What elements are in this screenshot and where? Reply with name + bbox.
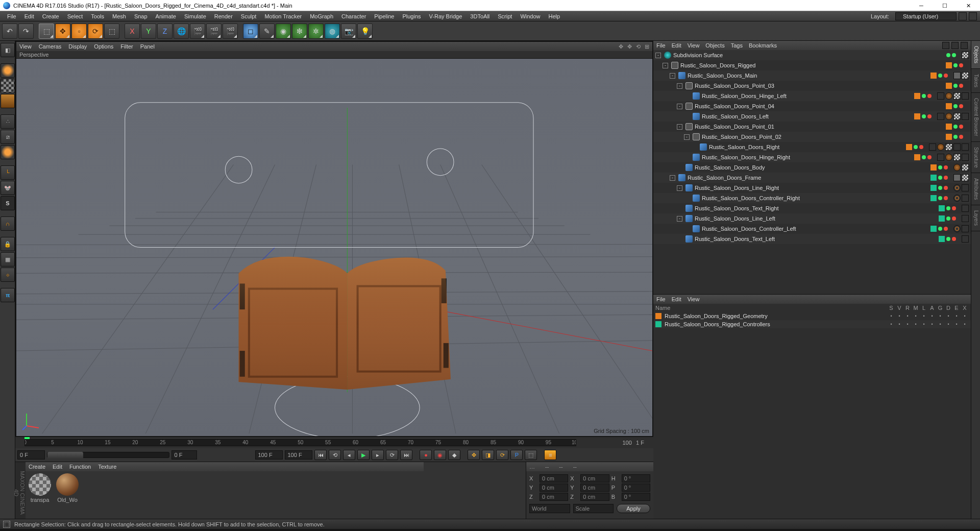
- layer-swatch[interactable]: [914, 113, 920, 119]
- scale-key[interactable]: ◨: [482, 450, 494, 460]
- layer-swatch[interactable]: [930, 175, 937, 181]
- tab-objects[interactable]: Objects: [971, 41, 980, 69]
- visibility-dots[interactable]: [938, 186, 948, 190]
- obj-row[interactable]: -Rustic_Saloon_Doors_Line_Right: [653, 183, 971, 193]
- range-start[interactable]: 0 F: [17, 450, 45, 460]
- visibility-dots[interactable]: [921, 114, 932, 118]
- tree-toggle[interactable]: -: [670, 73, 675, 79]
- layer-swatch[interactable]: [939, 215, 945, 222]
- menu-animate[interactable]: Animate: [152, 11, 180, 21]
- coord-X-3[interactable]: [580, 474, 609, 482]
- menu-3dtoall[interactable]: 3DToAll: [466, 11, 494, 21]
- timeline-ruler[interactable]: 0510152025303540455055606570758085909510…: [15, 437, 653, 448]
- vp-rotate-icon[interactable]: ⟲: [636, 43, 641, 50]
- tag-xp[interactable]: [962, 195, 969, 202]
- move-tool[interactable]: ✥: [55, 23, 70, 39]
- vp-layout-icon[interactable]: ⊞: [645, 43, 649, 50]
- layer-row[interactable]: Rustic_Saloon_Doors_Rigged_Geometry•••••…: [653, 312, 971, 320]
- edge-mode[interactable]: ⧄: [1, 130, 15, 144]
- layer-swatch[interactable]: [930, 195, 937, 201]
- keyframe-sel[interactable]: ◆: [448, 450, 460, 460]
- visibility-dots[interactable]: [938, 196, 948, 200]
- prev-key-button[interactable]: ⟲: [329, 450, 341, 460]
- tag-dots[interactable]: [937, 154, 944, 161]
- render-view[interactable]: 🎬: [190, 23, 205, 39]
- coord-X-1[interactable]: [540, 474, 568, 482]
- tag-checker[interactable]: [953, 113, 961, 120]
- maximize-button[interactable]: ☐: [933, 0, 957, 11]
- visibility-dots[interactable]: [938, 74, 948, 78]
- goto-end-button[interactable]: ⏭: [400, 450, 412, 460]
- visibility-dots[interactable]: [953, 135, 964, 139]
- make-editable[interactable]: ◧: [1, 43, 15, 57]
- viewport-solo[interactable]: 🐭: [1, 181, 15, 195]
- obj-row[interactable]: -Rustic_Saloon_Doors_Main: [653, 70, 971, 81]
- visibility-dots[interactable]: [946, 53, 957, 57]
- layer-swatch[interactable]: [914, 93, 920, 99]
- axis-mode[interactable]: └: [1, 165, 15, 180]
- planar-workplane[interactable]: ▦: [1, 252, 15, 267]
- tree-toggle[interactable]: -: [684, 134, 690, 140]
- tag-checker[interactable]: [962, 174, 969, 181]
- coord-Z-1[interactable]: [540, 493, 568, 501]
- range-end[interactable]: 100 F: [255, 450, 283, 460]
- magnet-icon[interactable]: ∩: [1, 216, 15, 231]
- layer-swatch[interactable]: [946, 103, 952, 109]
- play-button[interactable]: ▶: [357, 450, 370, 460]
- obj-row[interactable]: Rustic_Saloon_Doors_Hinge_Right: [653, 152, 971, 162]
- workplane-mode[interactable]: [1, 94, 15, 108]
- coord-Y-5[interactable]: [622, 484, 650, 492]
- coord-system[interactable]: 🌐: [174, 23, 189, 39]
- select-tool[interactable]: ⬚: [39, 23, 54, 39]
- layer-menu-file[interactable]: File: [656, 296, 666, 302]
- coord-Y-3[interactable]: [580, 484, 609, 492]
- menu-motion-tracker[interactable]: Motion Tracker: [260, 11, 306, 21]
- menu-render[interactable]: Render: [210, 11, 237, 21]
- coord-mode-dropdown[interactable]: Scale: [573, 504, 614, 513]
- tag-xp[interactable]: [962, 225, 969, 232]
- tag-wood[interactable]: [945, 92, 952, 100]
- visibility-dots[interactable]: [946, 216, 957, 221]
- menu-tools[interactable]: Tools: [87, 11, 108, 21]
- obj-row[interactable]: Rustic_Saloon_Doors_Hinge_Left: [653, 91, 971, 101]
- menu-select[interactable]: Select: [63, 11, 87, 21]
- menu-mograph[interactable]: MoGraph: [306, 11, 337, 21]
- tag-dots[interactable]: [937, 113, 944, 120]
- close-button[interactable]: ✕: [957, 0, 980, 11]
- object-manager-tree[interactable]: -Subdivision Surface-Rustic_Saloon_Doors…: [653, 50, 971, 294]
- mat-menu-function[interactable]: Function: [69, 464, 91, 470]
- menu-window[interactable]: Window: [516, 11, 544, 21]
- range-total[interactable]: 100 F: [285, 450, 312, 460]
- menu-snap[interactable]: Snap: [130, 11, 152, 21]
- tab-takes[interactable]: Takes: [971, 69, 980, 93]
- tab-structure[interactable]: Structure: [971, 142, 980, 174]
- menu-sculpt[interactable]: Sculpt: [237, 11, 261, 21]
- tree-toggle[interactable]: -: [677, 124, 682, 130]
- snap-toggle[interactable]: S: [1, 196, 15, 210]
- menu-v-ray-bridge[interactable]: V-Ray Bridge: [425, 11, 467, 21]
- pla-key[interactable]: ⬚: [525, 450, 537, 460]
- menu-plugins[interactable]: Plugins: [398, 11, 425, 21]
- last-tool[interactable]: ⬚: [104, 23, 119, 39]
- obj-row[interactable]: -Subdivision Surface: [653, 50, 971, 60]
- tag-wood[interactable]: [953, 164, 961, 171]
- autokey-button[interactable]: ◉: [434, 450, 446, 460]
- tag-checker[interactable]: [945, 143, 952, 151]
- tag-dots[interactable]: [929, 143, 936, 151]
- tab-layers[interactable]: Layers: [971, 205, 980, 231]
- add-light[interactable]: 💡: [357, 23, 373, 39]
- obj-row[interactable]: -Rustic_Saloon_Doors_Point_02: [653, 132, 971, 142]
- tag-dots[interactable]: [937, 92, 944, 100]
- menu-create[interactable]: Create: [38, 11, 63, 21]
- obj-row[interactable]: -Rustic_Saloon_Doors_Point_01: [653, 122, 971, 132]
- visibility-dots[interactable]: [938, 165, 948, 170]
- vp-zoom-icon[interactable]: ✥: [627, 43, 632, 50]
- menu-character[interactable]: Character: [337, 11, 370, 21]
- visibility-dots[interactable]: [946, 237, 957, 241]
- layer-row[interactable]: Rustic_Saloon_Doors_Rigged_Controllers••…: [653, 320, 971, 328]
- tag-xp[interactable]: [962, 113, 969, 120]
- material-Old_Wo[interactable]: Old_Wo: [55, 473, 80, 503]
- obj-menu-view[interactable]: View: [688, 42, 700, 49]
- visibility-dots[interactable]: [953, 84, 964, 88]
- obj-row[interactable]: -Rustic_Saloon_Doors_Frame: [653, 173, 971, 183]
